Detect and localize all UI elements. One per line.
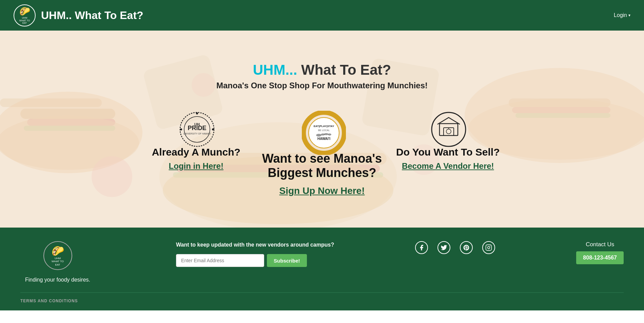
- instagram-icon[interactable]: [482, 241, 495, 254]
- header-brand: 🌮 UHMWHAT TOEAT UHM.. What To Eat?: [14, 4, 143, 26]
- footer-newsletter: Want to keep updated with the new vendor…: [176, 241, 334, 267]
- login-button[interactable]: Login: [614, 12, 630, 18]
- svg-point-27: [180, 128, 182, 130]
- header-logo: 🌮 UHMWHAT TOEAT: [14, 4, 36, 26]
- vendor-badge: [430, 111, 466, 146]
- login-here-link[interactable]: Login in Here!: [169, 161, 223, 171]
- vendor-heading: Do You Want To Sell?: [396, 146, 500, 158]
- uh-pride-badge: UH PRIDE UNIVERSITY OF HAWAI'I: [178, 111, 214, 146]
- footer-divider: [20, 292, 624, 293]
- signup-here-link[interactable]: Sign Up Now Here!: [279, 185, 365, 196]
- svg-point-42: [446, 129, 451, 134]
- hero-subtitle: Manoa's One Stop Shop For Mouthwatering …: [216, 81, 428, 90]
- svg-text:BE LOCAL: BE LOCAL: [318, 129, 329, 131]
- facebook-icon[interactable]: [415, 241, 428, 254]
- header-title: UHM.. What To Eat?: [41, 9, 143, 22]
- already-munch-heading: Already A Munch?: [152, 146, 240, 158]
- hero-title: UHM... What To Eat?: [253, 62, 391, 78]
- hero-content: UHM... What To Eat? Manoa's One Stop Sho…: [119, 62, 526, 196]
- svg-text:EAT|PLAY|STAY: EAT|PLAY|STAY: [313, 125, 334, 128]
- svg-point-45: [488, 247, 490, 249]
- footer-social: [415, 241, 495, 254]
- footer-tagline: Finding your foody desires.: [25, 277, 90, 283]
- main-footer: 🌮 UHMWHAT TOEAT Finding your foody desir…: [0, 228, 644, 310]
- subscribe-button[interactable]: Subscribe!: [267, 254, 307, 267]
- vendor-here-link[interactable]: Become A Vendor Here!: [402, 161, 494, 171]
- footer-contact: Contact Us 808-123-4567: [576, 241, 624, 264]
- footer-email-input[interactable]: [176, 254, 264, 267]
- hero-col-signup: EAT|PLAY|STAY BE LOCAL HAWAI'I Want to s…: [253, 111, 391, 196]
- svg-point-26: [196, 112, 198, 114]
- svg-text:HAWAI'I: HAWAI'I: [317, 137, 330, 141]
- pinterest-icon[interactable]: [460, 241, 473, 254]
- biggest-munches-heading: Want to see Manoa's Biggest Munches?: [253, 151, 391, 180]
- footer-email-row: Subscribe!: [176, 254, 334, 267]
- hero-columns: UH PRIDE UNIVERSITY OF HAWAI'I Already A…: [119, 111, 526, 196]
- svg-text:UNIVERSITY OF HAWAI'I: UNIVERSITY OF HAWAI'I: [183, 132, 211, 135]
- svg-text:PRIDE: PRIDE: [188, 125, 206, 131]
- hero-col-login: UH PRIDE UNIVERSITY OF HAWAI'I Already A…: [139, 111, 254, 171]
- hero-title-uhm: UHM...: [253, 62, 297, 78]
- footer-main-content: 🌮 UHMWHAT TOEAT Finding your foody desir…: [20, 241, 624, 283]
- hero-section: UHM... What To Eat? Manoa's One Stop Sho…: [0, 31, 644, 228]
- twitter-icon[interactable]: [437, 241, 450, 254]
- hero-col-vendor: Do You Want To Sell? Become A Vendor Her…: [391, 111, 505, 171]
- footer-brand: 🌮 UHMWHAT TOEAT Finding your foody desir…: [20, 241, 95, 283]
- svg-point-28: [212, 128, 214, 130]
- footer-newsletter-text: Want to keep updated with the new vendor…: [176, 241, 334, 249]
- contact-phone: 808-123-4567: [576, 251, 624, 264]
- svg-rect-44: [486, 245, 492, 251]
- hero-title-rest: What To Eat?: [301, 62, 391, 78]
- footer-logo: 🌮 UHMWHAT TOEAT: [43, 241, 72, 270]
- svg-point-36: [328, 133, 331, 136]
- svg-point-33: [316, 134, 321, 137]
- terms-and-conditions-link[interactable]: Terms And Conditions: [20, 299, 78, 303]
- svg-rect-7: [0, 98, 102, 107]
- svg-point-30: [309, 118, 339, 148]
- svg-point-46: [490, 246, 491, 247]
- svg-point-35: [324, 133, 329, 135]
- contact-label: Contact Us: [586, 241, 614, 248]
- main-header: 🌮 UHMWHAT TOEAT UHM.. What To Eat? Login: [0, 0, 644, 31]
- eat-play-stay-badge: EAT|PLAY|STAY BE LOCAL HAWAI'I: [302, 111, 343, 151]
